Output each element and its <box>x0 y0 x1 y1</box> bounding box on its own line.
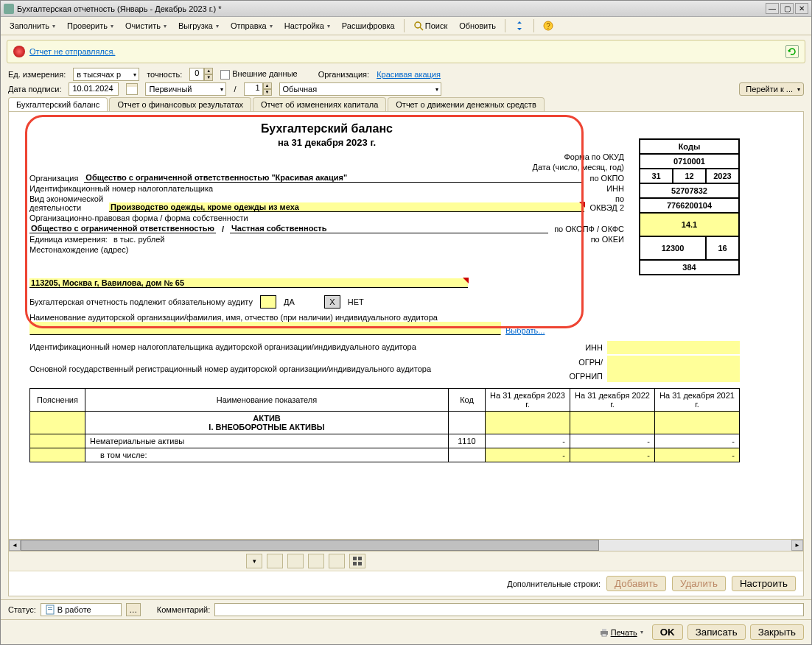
okei-label: по ОКЕИ <box>591 235 624 244</box>
okpo-label: по ОКПО <box>589 174 624 183</box>
unit-select[interactable]: в тысячах р <box>73 68 139 81</box>
auditor-inn-field[interactable] <box>607 341 740 354</box>
check-button[interactable]: Проверить <box>63 20 118 32</box>
status-link[interactable]: Отчет не отправлялся. <box>29 47 115 56</box>
date-month[interactable]: 12 <box>673 169 706 183</box>
inn-code[interactable]: 7766200104 <box>640 198 739 213</box>
activity-value[interactable]: Производство одежды, кроме одежды из мех… <box>109 202 584 212</box>
okfs-code[interactable]: 16 <box>706 236 739 260</box>
r-incl-y3[interactable]: - <box>655 448 740 462</box>
slash: / <box>234 85 236 94</box>
maximize-button[interactable]: ▢ <box>780 3 794 14</box>
tool-2[interactable] <box>267 554 283 568</box>
tool-grid-icon[interactable] <box>349 554 365 568</box>
help-button[interactable]: ? <box>539 19 558 32</box>
okpo-code[interactable]: 52707832 <box>640 183 739 198</box>
okopf-code[interactable]: 12300 <box>640 236 706 260</box>
r-incl-y1[interactable]: - <box>486 448 570 462</box>
tool-5[interactable] <box>329 554 345 568</box>
spin-up[interactable]: ▲ <box>204 68 213 74</box>
col-y3: На 31 декабря 2021 г. <box>655 389 740 412</box>
unit-measure-label: Единица измерения: <box>29 235 108 244</box>
external-data-check[interactable]: Внешние данные <box>220 69 297 80</box>
precision-spinner[interactable]: 0 ▲▼ <box>189 68 213 81</box>
status-field[interactable]: В работе <box>41 603 122 616</box>
calendar-icon[interactable] <box>126 83 138 95</box>
opf-value-1[interactable]: Общество с ограниченной ответственностью <box>29 224 216 233</box>
auditor-name-field[interactable] <box>29 322 501 335</box>
r-incl-notes[interactable] <box>30 448 85 462</box>
sec-y1[interactable] <box>486 412 570 434</box>
seq-spinner[interactable]: 1 ▲▼ <box>244 82 272 96</box>
scroll-thumb[interactable] <box>21 540 599 551</box>
sec-y3[interactable] <box>655 412 740 434</box>
h-scrollbar[interactable]: ◄ ► <box>9 539 803 551</box>
refresh-status-button[interactable] <box>785 45 799 58</box>
expand-button[interactable] <box>510 19 529 32</box>
audit-q-label: Бухгалтерская отчетность подлежит обязат… <box>29 297 253 306</box>
auditor-choose-link[interactable]: Выбрать... <box>505 326 545 335</box>
tool-1[interactable]: ▾ <box>246 554 262 568</box>
r1110-y3[interactable]: - <box>655 434 740 448</box>
sign-date-input[interactable]: 10.01.2024 <box>69 82 119 96</box>
audit-yes-label: ДА <box>284 297 295 306</box>
scroll-left[interactable]: ◄ <box>9 540 21 551</box>
audit-yes-box[interactable] <box>260 295 276 309</box>
spin-down[interactable]: ▼ <box>263 89 272 96</box>
spin-down[interactable]: ▼ <box>204 74 213 81</box>
sec-y2[interactable] <box>570 412 655 434</box>
activity-label-1: Вид экономической <box>29 194 103 203</box>
extra-rows-label: Дополнительные строки: <box>507 579 601 588</box>
address-value[interactable]: 113205, Москва г, Вавилова, дом № 65 <box>29 278 468 288</box>
fill-button[interactable]: Заполнить <box>5 20 60 32</box>
status-choose-button[interactable]: … <box>126 603 141 616</box>
ok-button[interactable]: OK <box>652 624 683 640</box>
r-incl-y2[interactable]: - <box>570 448 655 462</box>
tab-cash-flow[interactable]: Отчет о движении денежных средств <box>388 97 544 111</box>
search-button[interactable]: Поиск <box>409 19 452 32</box>
kind-select[interactable]: Обычная <box>279 82 441 96</box>
minimize-button[interactable]: — <box>766 3 779 14</box>
close-button[interactable]: ✕ <box>795 3 808 14</box>
print-button[interactable]: Печать <box>595 626 648 639</box>
clear-button[interactable]: Очистить <box>121 20 171 32</box>
opf-value-2[interactable]: Частная собственность <box>230 224 548 233</box>
r1110-y1[interactable]: - <box>486 434 570 448</box>
decode-button[interactable]: Расшифровка <box>337 20 399 32</box>
audit-no-label: НЕТ <box>348 297 364 306</box>
refresh-button[interactable]: Обновить <box>455 20 500 32</box>
scroll-track[interactable] <box>21 540 791 551</box>
goto-button[interactable]: Перейти к ... <box>739 82 804 96</box>
document-scroll[interactable]: Бухгалтерский баланс на 31 декабря 2023 … <box>9 112 803 539</box>
close-window-button[interactable]: Закрыть <box>750 624 804 640</box>
sec-notes[interactable] <box>30 412 85 434</box>
auditor-ogrn-field[interactable] <box>607 356 740 382</box>
okved-code[interactable]: 14.1 <box>640 213 739 236</box>
r-incl-code <box>449 448 486 462</box>
tab-fin-results[interactable]: Отчет о финансовых результатах <box>109 97 251 111</box>
audit-no-box[interactable]: X <box>324 295 340 309</box>
r1110-y2[interactable]: - <box>570 434 655 448</box>
tool-4[interactable] <box>308 554 324 568</box>
date-day[interactable]: 31 <box>640 169 673 183</box>
tab-balance[interactable]: Бухгалтерский баланс <box>8 97 108 111</box>
org-value[interactable]: Общество с ограниченной ответственностью… <box>84 173 584 183</box>
spin-up[interactable]: ▲ <box>263 82 272 89</box>
external-data-label: Внешние данные <box>232 69 297 78</box>
tune-rows-button[interactable]: Настроить <box>732 576 796 591</box>
tool-3[interactable] <box>287 554 304 568</box>
settings-button[interactable]: Настройка <box>280 20 335 32</box>
save-button[interactable]: Записать <box>687 624 746 640</box>
org-link[interactable]: Красивая акация <box>377 70 441 79</box>
tab-capital-changes[interactable]: Отчет об изменениях капитала <box>253 97 386 111</box>
status-label: Статус: <box>8 605 36 614</box>
add-row-button[interactable]: Добавить <box>606 576 666 591</box>
delete-row-button[interactable]: Удалить <box>672 576 726 591</box>
comment-input[interactable] <box>214 603 804 616</box>
scroll-right[interactable]: ► <box>791 540 803 551</box>
type-select[interactable]: Первичный <box>145 82 226 96</box>
date-year[interactable]: 2023 <box>706 169 739 183</box>
send-button[interactable]: Отправка <box>226 20 277 32</box>
r1110-notes[interactable] <box>30 434 85 448</box>
export-button[interactable]: Выгрузка <box>174 20 223 32</box>
